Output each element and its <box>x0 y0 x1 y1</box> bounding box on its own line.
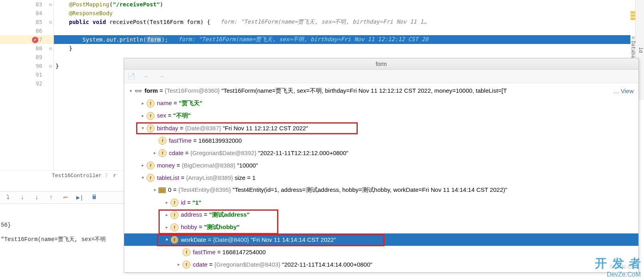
chevron-right-icon[interactable]: ▸ <box>139 163 147 168</box>
tree-row-sex[interactable]: ▸ f sex = "不明" <box>124 110 638 122</box>
field-icon: f <box>182 261 190 269</box>
chevron-right-icon[interactable]: ▸ <box>139 101 147 106</box>
chevron-down-icon[interactable]: ▾ <box>127 88 135 94</box>
tab-ld[interactable]: ld <box>637 43 644 57</box>
current-execution-line: System.out.println(form); form: "Test16F… <box>54 35 644 44</box>
tree-row-hobby[interactable]: ▸ f hobby = "测试hobby" <box>124 221 638 233</box>
variable-tree[interactable]: ▾ 👓 form = {Test16Form@8360} "Test16Form… <box>124 83 638 272</box>
tree-row-birthday[interactable]: ▾ f birthday = {Date@8387} "Fri Nov 11 1… <box>124 122 638 134</box>
line-number: 84 <box>31 10 42 16</box>
step-over-icon[interactable]: ⤵ <box>4 193 12 201</box>
line-number: 85 <box>31 19 42 25</box>
debug-toolbar: ⤵ ↓ ↓ ↑ ⤺ ▶| 🖩 <box>0 191 124 204</box>
watch-icon: 👓 <box>135 88 142 95</box>
forward-icon[interactable]: → <box>158 72 166 80</box>
tree-row-fasttime2[interactable]: f fastTime = 1668147254000 <box>124 246 638 258</box>
chevron-down-icon[interactable]: ▾ <box>139 126 147 131</box>
breadcrumb[interactable]: Test16Controller 〉 r <box>0 170 124 180</box>
line-number: 88 <box>31 45 42 52</box>
watermark-logo: 开 发 者 <box>595 255 642 272</box>
annotation: @ResponseBody <box>69 10 113 16</box>
inline-hint: form: "Test16Form(name=贾飞天, sex=不明, birt… <box>220 18 427 26</box>
tree-row-name[interactable]: ▸ f name = "贾飞天" <box>124 97 638 110</box>
tree-root[interactable]: ▾ 👓 form = {Test16Form@8360} "Test16Form… <box>124 85 638 97</box>
field-icon: f <box>159 137 166 145</box>
tree-row-fasttime[interactable]: f fastTime = 1668139932000 <box>124 134 638 147</box>
tree-row-money[interactable]: ▸ f money = {BigDecimal@8388} "10000" <box>124 159 638 171</box>
chevron-down-icon[interactable]: ▾ <box>139 175 147 180</box>
array-item-icon <box>159 187 166 193</box>
popup-toolbar: 📄 ← → <box>124 70 638 83</box>
field-icon: f <box>147 124 155 132</box>
line-number: 91 <box>31 72 42 78</box>
step-into-icon[interactable]: ↓ <box>18 193 26 201</box>
tree-row-index0[interactable]: ▾ 0 = {Test4Entity@8395} "Test4Entity(id… <box>124 184 638 196</box>
field-icon: f <box>147 161 155 169</box>
line-number: 92 <box>31 80 42 87</box>
line-number: 83 <box>31 1 42 8</box>
chevron-right-icon[interactable]: ▸ <box>151 150 159 155</box>
fold-icon[interactable]: ⊟ <box>49 20 52 25</box>
field-icon: f <box>170 236 178 244</box>
annotation: @PostMapping <box>69 1 109 8</box>
chevron-right-icon[interactable]: ▸ <box>163 200 170 205</box>
error-icon[interactable]: ✔ <box>32 36 38 43</box>
tree-row-cdate2[interactable]: ▸ f cdate = {Gregorian$Date@8403} "2022-… <box>124 258 638 271</box>
chevron-down-icon[interactable]: ▾ <box>151 187 159 193</box>
fold-icon[interactable]: ⊟ <box>49 46 52 51</box>
view-link[interactable]: … View <box>613 88 634 94</box>
line-number: 86 <box>31 28 42 34</box>
tree-row-address[interactable]: ▸ f address = "测试address" <box>124 209 638 221</box>
drop-frame-icon[interactable]: ⤺ <box>61 193 69 201</box>
field-icon: f <box>147 112 155 120</box>
fold-icon[interactable]: ⊟ <box>49 64 52 69</box>
field-icon: f <box>170 199 178 207</box>
database-icon: ≡ <box>630 36 636 39</box>
tree-row-id[interactable]: ▸ f id = "1" <box>124 196 638 209</box>
chevron-right-icon[interactable]: ▸ <box>163 212 170 217</box>
gutter: 83⊟ 84 85⊟ 86 ✔87 88⊟ 89 90⊟ 91 92 <box>0 0 54 172</box>
chevron-down-icon[interactable]: ▾ <box>163 237 170 242</box>
chevron-right-icon[interactable]: ▸ <box>175 262 182 267</box>
inline-hint: form: "Test16Form(name=贾飞天, sex=不明, birt… <box>178 36 428 43</box>
line-number: 90 <box>31 63 42 69</box>
step-out-icon[interactable]: ↑ <box>47 193 55 201</box>
fold-icon[interactable]: ⊟ <box>49 2 52 7</box>
popup-title: form <box>124 58 638 70</box>
variable-inspector-popup[interactable]: form 📄 ← → ▾ 👓 form = {Test16Form@8360} … <box>124 58 639 273</box>
new-watch-icon[interactable]: 📄 <box>127 72 135 80</box>
field-icon: f <box>182 248 190 256</box>
line-number: 89 <box>31 54 42 60</box>
back-icon[interactable]: ← <box>143 72 151 80</box>
force-step-into-icon[interactable]: ↓ <box>33 193 41 201</box>
tree-row-workdate[interactable]: ▾ f workDate = {Date@8400} "Fri Nov 11 1… <box>124 233 638 246</box>
run-to-cursor-icon[interactable]: ▶| <box>76 193 84 201</box>
field-icon: f <box>170 211 178 219</box>
field-icon: f <box>170 223 178 231</box>
output-fragment: "Test16Form(name=贾飞天, sex=不明 <box>0 236 106 243</box>
chevron-right-icon[interactable]: ▸ <box>163 225 170 230</box>
field-icon: f <box>147 174 155 182</box>
evaluate-icon[interactable]: 🖩 <box>90 193 98 201</box>
output-fragment: 56} <box>0 222 11 228</box>
tree-row-tablelist[interactable]: ▾ f tableList = {ArrayList@8389} size = … <box>124 171 638 184</box>
field-icon: f <box>159 149 166 157</box>
chevron-right-icon[interactable]: ▸ <box>139 113 147 118</box>
field-icon: f <box>147 100 155 108</box>
tree-row-cdate[interactable]: ▸ f cdate = {Gregorian$Date@8392} "2022-… <box>124 147 638 159</box>
watermark-url: DevZe.CoM <box>607 271 641 278</box>
